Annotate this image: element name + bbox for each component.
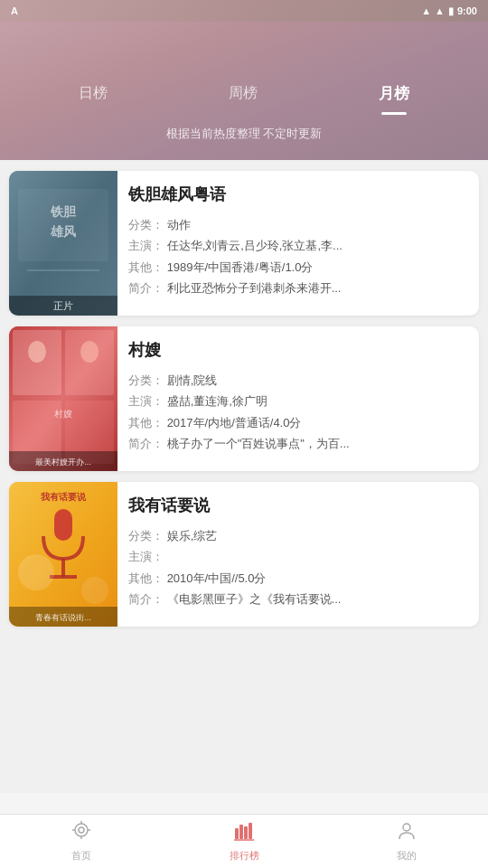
movie-poster-2: 村嫂 最美村嫂开办... <box>9 326 117 471</box>
user-icon <box>396 821 418 846</box>
tab-monthly[interactable]: 月榜 <box>361 76 427 111</box>
movie-card-3[interactable]: 我有话要说 青春有话说街... 我有话要说 分类： 娱乐,综艺 主演： 其他： … <box>9 482 479 627</box>
status-bar: A ▲ ▲ ▮ 9:00 <box>0 0 488 22</box>
ranking-icon <box>233 821 255 846</box>
wifi-icon: ▲ <box>421 5 431 16</box>
app-indicator: A <box>11 5 18 16</box>
status-icons: ▲ ▲ ▮ 9:00 <box>421 5 477 17</box>
movie-poster-3: 我有话要说 青春有话说街... <box>9 482 117 627</box>
svg-rect-35 <box>249 823 252 839</box>
movie-card-1[interactable]: 铁胆 雄风 正片 铁胆雄风粤语 分类： 动作 主演： 任达华,刘青云,吕少玲,张… <box>9 171 479 316</box>
tab-weekly[interactable]: 周榜 <box>211 77 276 110</box>
svg-point-22 <box>81 577 108 604</box>
category-row-3: 分类： 娱乐,综艺 <box>128 525 468 546</box>
subtitle-text: 根据当前热度整理 不定时更新 <box>0 111 488 160</box>
battery-icon: ▮ <box>448 5 454 17</box>
svg-text:青春有话说街...: 青春有话说街... <box>35 613 91 622</box>
svg-rect-33 <box>239 825 243 839</box>
bottom-nav: 首页 排行榜 我的 <box>0 814 488 868</box>
svg-rect-17 <box>9 482 117 627</box>
cast-row-1: 主演： 任达华,刘青云,吕少玲,张立基,李... <box>128 235 468 256</box>
movie-title-1: 铁胆雄风粤语 <box>128 184 468 205</box>
svg-text:最美村嫂开办...: 最美村嫂开办... <box>35 458 91 467</box>
signal-icon: ▲ <box>435 5 445 16</box>
summary-row-3: 简介： 《电影黑匣子》之《我有话要说... <box>128 589 468 609</box>
svg-point-37 <box>403 824 410 831</box>
category-row-2: 分类： 剧情,院线 <box>128 370 468 391</box>
tab-bar: 日榜 周榜 月榜 <box>0 22 488 111</box>
movie-meta-3: 分类： 娱乐,综艺 主演： 其他： 2010年/中国//5.0分 简介： 《电影… <box>128 525 468 610</box>
other-row-3: 其他： 2010年/中国//5.0分 <box>128 568 468 589</box>
nav-home[interactable]: 首页 <box>0 821 163 863</box>
ranking-label: 排行榜 <box>230 849 259 863</box>
svg-point-21 <box>18 554 54 590</box>
other-row-1: 其他： 1989年/中国香港/粤语/1.0分 <box>128 257 468 278</box>
movie-info-1: 铁胆雄风粤语 分类： 动作 主演： 任达华,刘青云,吕少玲,张立基,李... 其… <box>117 171 479 316</box>
movie-info-2: 村嫂 分类： 剧情,院线 主演： 盛喆,董连海,徐广明 其他： 2017年/内地… <box>117 326 479 471</box>
svg-text:雄风: 雄风 <box>50 224 76 239</box>
movie-info-3: 我有话要说 分类： 娱乐,综艺 主演： 其他： 2010年/中国//5.0分 简… <box>117 482 479 627</box>
cast-row-3: 主演： <box>128 546 468 567</box>
svg-point-12 <box>28 341 46 363</box>
home-label: 首页 <box>71 849 91 863</box>
mine-label: 我的 <box>397 849 417 863</box>
content-area: 铁胆 雄风 正片 铁胆雄风粤语 分类： 动作 主演： 任达华,刘青云,吕少玲,张… <box>0 160 488 793</box>
movie-card-2[interactable]: 村嫂 最美村嫂开办... 村嫂 分类： 剧情,院线 主演： 盛喆,董连海,徐广明… <box>9 326 479 471</box>
movie-title-2: 村嫂 <box>128 339 468 361</box>
svg-point-27 <box>79 827 84 833</box>
svg-rect-34 <box>244 826 248 839</box>
home-icon <box>70 821 92 846</box>
svg-rect-32 <box>235 828 239 839</box>
svg-point-26 <box>75 824 88 836</box>
svg-text:铁胆: 铁胆 <box>50 204 77 219</box>
tab-daily[interactable]: 日榜 <box>61 77 126 110</box>
nav-mine[interactable]: 我的 <box>325 821 488 863</box>
svg-rect-18 <box>54 509 72 541</box>
header: 日榜 周榜 月榜 根据当前热度整理 不定时更新 <box>0 22 488 160</box>
movie-meta-1: 分类： 动作 主演： 任达华,刘青云,吕少玲,张立基,李... 其他： 1989… <box>128 214 468 299</box>
other-row-2: 其他： 2017年/内地/普通话/4.0分 <box>128 412 468 433</box>
movie-title-3: 我有话要说 <box>128 495 468 516</box>
summary-row-2: 简介： 桃子办了一个"百姓说事点"，为百... <box>128 433 468 454</box>
summary-row-1: 简介： 利比亚恐怖分子到港刺杀来港开... <box>128 278 468 298</box>
nav-ranking[interactable]: 排行榜 <box>163 821 325 863</box>
svg-point-13 <box>80 341 99 363</box>
svg-text:村嫂: 村嫂 <box>53 409 72 419</box>
movie-poster-1: 铁胆 雄风 正片 <box>9 171 117 316</box>
time-display: 9:00 <box>457 5 477 16</box>
cast-row-2: 主演： 盛喆,董连海,徐广明 <box>128 391 468 411</box>
movie-meta-2: 分类： 剧情,院线 主演： 盛喆,董连海,徐广明 其他： 2017年/内地/普通… <box>128 370 468 455</box>
svg-text:我有话要说: 我有话要说 <box>40 492 87 502</box>
category-row-1: 分类： 动作 <box>128 214 468 235</box>
svg-text:正片: 正片 <box>53 300 73 311</box>
